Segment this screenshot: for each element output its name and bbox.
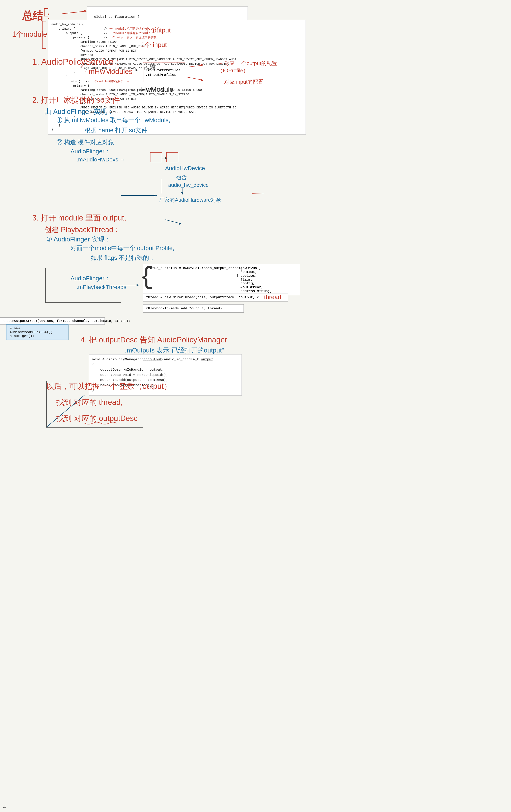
section4-label: 4. 把 outputDesc 告知 AudioPolicyManager <box>81 335 228 345</box>
audioflinger-impl-label: ① AudioFlinger 实现： <box>46 235 111 244</box>
playback-threads-add-code: mPlaybackThreads.add(*output, thread); <box>143 304 244 313</box>
svg-line-38 <box>187 65 204 67</box>
svg-line-40 <box>187 77 204 80</box>
hwmodule-label: HwModule <box>141 85 173 94</box>
factory-hardware-label: 厂家的AudioHardware对象 <box>159 196 221 204</box>
mAudioHwDevs-label: .mAudioHwDevs → <box>77 155 125 164</box>
mout-profiles-field: .moutPortProfiles <box>145 68 183 72</box>
audioflinger2-label: AudioFlinger： <box>70 274 110 283</box>
section2-label: 2. 打开厂家提供的 so文件 <box>32 95 120 106</box>
svg-marker-41 <box>201 79 204 81</box>
step1-label: ① 从 mHwModules 取出每一个HwModuls, <box>56 116 170 124</box>
open-output-stream-code: status_t status = hwDevHal->open_output_… <box>143 264 300 295</box>
name-field: .name <box>145 64 183 67</box>
step1b-label: 根据 name 打开 so文件 <box>85 126 147 135</box>
open-output-stream-call: n openOutputStream(devices, format, chan… <box>0 317 105 325</box>
svg-marker-37 <box>136 69 138 71</box>
baohan-label: 包含 <box>176 174 187 181</box>
audio-hw-device-label: audio_hw_device <box>168 181 209 188</box>
module-label: 1个module <box>12 29 47 39</box>
audio-stream-out-code: = new AudioStreamOutALSA();n out.get(); <box>10 326 65 338</box>
svg-marker-43 <box>165 157 167 160</box>
input-ioprofile-desc: → 对应 input的配置 <box>217 78 263 85</box>
svg-marker-47 <box>137 284 139 286</box>
audio-stream-out-box: = new AudioStreamOutALSA();n out.get(); <box>6 324 68 340</box>
page-number: 4 <box>3 805 6 810</box>
audioflinger-class: AudioFlinger： <box>70 147 110 155</box>
svg-marker-39 <box>201 64 204 66</box>
aps-title: 1. AudioPolicyService： <box>32 56 122 68</box>
create-thread-label: 创建 PlaybackThread： <box>44 225 120 235</box>
hwmodule-box: .name .moutPortProfiles .mInputProfiles <box>143 62 185 82</box>
step2-label: ② 构造 硬件对应对象: <box>56 138 116 147</box>
audiohwdevice-label: AudioHwDevice <box>165 164 205 172</box>
audioflinger-desc: 由 AudioFlinger 实现： <box>44 107 114 116</box>
profile-desc-label: 对面一个modle中每一个 output Profile, <box>70 244 174 252</box>
min-profiles-field: .mInputProfiles <box>145 73 183 77</box>
svg-marker-4 <box>84 10 87 12</box>
section3-label: 3. 打开 module 里面 output, <box>32 213 126 223</box>
output-ioprofile-desc: → 对应 一个output的配置（IOProfile） <box>217 60 277 75</box>
svg-line-31 <box>165 220 181 224</box>
thread-annotation: thread <box>264 293 281 301</box>
svg-line-50 <box>46 395 85 427</box>
svg-line-3 <box>62 11 87 14</box>
flags-desc-label: 如果 flags 不是特殊的， <box>91 254 155 262</box>
output-label: 1个 output <box>141 26 171 35</box>
svg-marker-32 <box>179 222 181 225</box>
input-label: 1个 input <box>141 40 167 49</box>
svg-marker-45 <box>181 192 183 195</box>
svg-line-35 <box>252 193 264 194</box>
moutputs-desc: .mOutputs 表示"已经打开的output" <box>125 346 224 355</box>
svg-marker-30 <box>155 194 157 197</box>
